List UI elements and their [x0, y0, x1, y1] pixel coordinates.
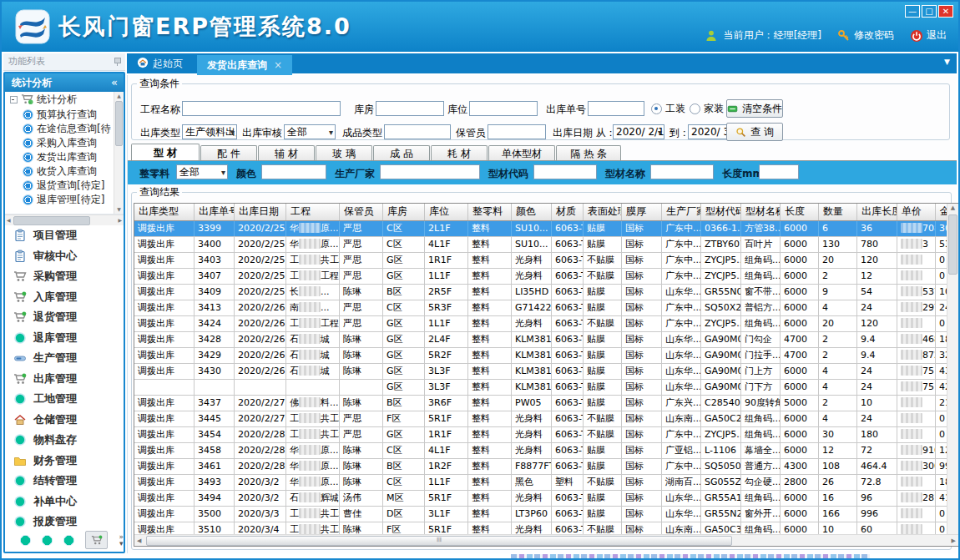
- table-row[interactable]: 调拨出库34242020/2/26工工程严思G区1L1F整料光身料6063-T5…: [134, 316, 958, 332]
- tab-close-icon[interactable]: ×: [274, 59, 282, 71]
- tree-item[interactable]: 采购入库查询: [5, 136, 124, 150]
- table-row[interactable]: 调拨出库34582020/2/28华原...陈琳C区4L1F整料光身料6063-…: [134, 443, 958, 459]
- maximize-button[interactable]: □: [922, 5, 937, 18]
- table-row[interactable]: 调拨出库34282020/2/26石城陈琳G区2L4F整料KLM38176063…: [134, 332, 958, 348]
- sidebar-item-审核中心[interactable]: 审核中心: [5, 246, 124, 267]
- grid-column-header[interactable]: 保管员: [340, 204, 383, 220]
- tree-item[interactable]: 发货出库查询: [5, 150, 124, 164]
- profile-code-input[interactable]: [533, 164, 597, 179]
- pin-icon[interactable]: [114, 58, 120, 66]
- tree-expander-icon[interactable]: [10, 96, 18, 103]
- material-tab[interactable]: 成 品: [373, 145, 430, 160]
- table-row[interactable]: 调拨出库34452020/2/27工共工程严思F区5R1F整料光身料6063-T…: [134, 411, 958, 427]
- tree-item[interactable]: 退货查询[待定]: [5, 179, 124, 193]
- sidebar-item-项目管理[interactable]: 项目管理: [5, 225, 124, 246]
- quick-dot-icon[interactable]: [63, 535, 74, 546]
- table-row[interactable]: 调拨出库34002020/2/25华原...严思C区4L1F整料SU10...6…: [134, 237, 958, 253]
- material-tab[interactable]: 辅 材: [258, 145, 315, 160]
- collapse-icon[interactable]: «: [111, 73, 118, 92]
- material-tab[interactable]: 隔 热 条: [556, 145, 621, 160]
- tree-item[interactable]: 在途信息查询[待: [5, 122, 124, 136]
- grid-vertical-scrollbar[interactable]: ▲: [947, 204, 958, 536]
- out-type-select[interactable]: 生产领料出库: [182, 124, 237, 139]
- table-row[interactable]: 调拨出库34092020/2/25长...陈琳B区2R5F整料LI35HD606…: [134, 285, 958, 300]
- material-tab[interactable]: 配 件: [200, 145, 257, 160]
- sidebar-item-物料盘存[interactable]: 物料盘存: [5, 430, 124, 451]
- product-type-input[interactable]: [384, 124, 451, 139]
- radio-jiazhuang[interactable]: 家装: [690, 102, 724, 116]
- grid-column-header[interactable]: 颜色: [512, 204, 552, 220]
- sidebar-item-工地管理[interactable]: 工地管理: [5, 389, 124, 410]
- tree-vertical-scrollbar[interactable]: ▲ ▼: [114, 92, 124, 214]
- table-row[interactable]: 调拨出库34542020/2/28工共工程严思G区1R1F整料光身料6063-T…: [134, 427, 958, 443]
- profile-name-input[interactable]: [650, 164, 714, 179]
- project-name-input[interactable]: [182, 101, 341, 116]
- quick-dot-icon[interactable]: [20, 535, 31, 546]
- date-from-picker[interactable]: 2020/ 2/16: [613, 124, 664, 139]
- grid-column-header[interactable]: 数量: [819, 204, 857, 220]
- grid-column-header[interactable]: 型材代码: [701, 204, 741, 220]
- table-row[interactable]: 调拨出库34942020/3/2石辉城汤伟M区5R1F整料光身料6063-T5贴…: [134, 491, 958, 507]
- table-row[interactable]: G区3L3F整料KLM38176063-T5贴膜国标山东华...GA90M09.…: [134, 380, 958, 396]
- scrollbar-thumb[interactable]: ⦀⦀: [146, 536, 732, 546]
- material-tab[interactable]: 单体型材: [488, 145, 555, 160]
- order-no-input[interactable]: [588, 101, 644, 116]
- tree-item[interactable]: 退库管理[待定]: [5, 193, 124, 207]
- scrollbar-thumb[interactable]: [115, 101, 123, 146]
- cart-quick-button[interactable]: [85, 531, 109, 549]
- table-row[interactable]: 调拨出库34072020/2/25工工程严思G区1L1F整料光身料6063-T5…: [134, 269, 958, 285]
- table-row[interactable]: 调拨出库34302020/2/26石城陈琳G区3L3F整料KLM38176063…: [134, 364, 958, 380]
- sidebar-item-采购管理[interactable]: 采购管理: [5, 266, 124, 287]
- table-row[interactable]: 调拨出库34372020/2/27佛料...陈琳B区3R6F整料PW056063…: [134, 396, 958, 411]
- table-row[interactable]: 调拨出库33992020/2/25华原...严思C区2L1F整料SU10...6…: [134, 221, 958, 237]
- overflow-button[interactable]: »▾: [119, 533, 124, 547]
- material-tab[interactable]: 型 材: [131, 144, 200, 160]
- grid-column-header[interactable]: 整零料: [468, 204, 512, 220]
- grid-horizontal-scrollbar[interactable]: ◀ ⦀⦀ ▶: [134, 534, 958, 546]
- minimize-button[interactable]: —: [905, 5, 920, 18]
- warehouse-input[interactable]: [376, 101, 444, 116]
- tab-home[interactable]: 起始页: [127, 53, 193, 73]
- table-row[interactable]: 调拨出库34612020/2/28华原...陈琳B区1R2F整料F8877FT6…: [134, 459, 958, 475]
- grid-column-header[interactable]: 生产厂家: [662, 204, 701, 220]
- grid-column-header[interactable]: 工程: [286, 204, 340, 220]
- sidebar-item-报废管理[interactable]: 报废管理: [5, 512, 124, 532]
- search-button[interactable]: 查 询: [726, 123, 783, 141]
- zero-select[interactable]: 全部: [176, 164, 228, 179]
- tab-list-dropdown-icon[interactable]: ▼: [944, 58, 950, 66]
- sidebar-group-header[interactable]: 统计分析 «: [5, 73, 124, 92]
- color-input[interactable]: [261, 164, 326, 179]
- sidebar-item-财务管理[interactable]: 财务管理: [5, 451, 124, 472]
- grid-column-header[interactable]: 库位: [425, 204, 468, 220]
- grid-column-header[interactable]: 库房: [383, 204, 425, 220]
- material-tab[interactable]: 玻 璃: [316, 145, 372, 160]
- maker-input[interactable]: [380, 164, 480, 179]
- length-input[interactable]: [759, 164, 799, 179]
- grid-column-header[interactable]: 表面处理: [584, 204, 622, 220]
- grid-column-header[interactable]: 长度: [781, 204, 819, 220]
- grid-column-header[interactable]: 出库日期: [235, 204, 286, 220]
- sidebar-item-补单中心[interactable]: 补单中心: [5, 492, 124, 512]
- tab-shipping-outbound-query[interactable]: 发货出库查询 ×: [197, 55, 292, 75]
- sidebar-item-生产管理[interactable]: 生产管理: [5, 348, 124, 369]
- audit-select[interactable]: 全部: [284, 124, 336, 139]
- sidebar-item-仓储管理[interactable]: 仓储管理: [5, 410, 124, 431]
- table-row[interactable]: 调拨出库34292020/2/26石城陈琳G区5R2F整料KLM38176063…: [134, 348, 958, 364]
- sidebar-item-入库管理[interactable]: 入库管理: [5, 287, 124, 308]
- grid-column-header[interactable]: 出库单号: [195, 204, 235, 220]
- grid-column-header[interactable]: 材质: [552, 204, 584, 220]
- logout-button[interactable]: 退出: [910, 28, 947, 43]
- tree-horizontal-scrollbar[interactable]: ◀▶: [5, 214, 124, 225]
- quick-dot-icon[interactable]: [42, 535, 53, 546]
- table-row[interactable]: 调拨出库34932020/3/2华原...陈琳C区1L1F整料黑色塑料不贴膜国标…: [134, 475, 958, 491]
- grid-column-header[interactable]: 出库长度: [857, 204, 897, 220]
- location-input[interactable]: [469, 101, 538, 116]
- sidebar-item-出库管理[interactable]: 出库管理: [5, 369, 124, 390]
- change-password-button[interactable]: 修改密码: [837, 28, 894, 43]
- grid-column-header[interactable]: 单价: [897, 204, 936, 220]
- table-row[interactable]: 调拨出库34132020/2/26南...严思C区5R3F整料G71422606…: [134, 300, 958, 316]
- tree-item[interactable]: 收货入库查询: [5, 164, 124, 179]
- sidebar-item-退货管理[interactable]: 退货管理: [5, 307, 124, 328]
- material-tab[interactable]: 耗 材: [431, 145, 488, 160]
- scrollbar-thumb[interactable]: [948, 214, 957, 275]
